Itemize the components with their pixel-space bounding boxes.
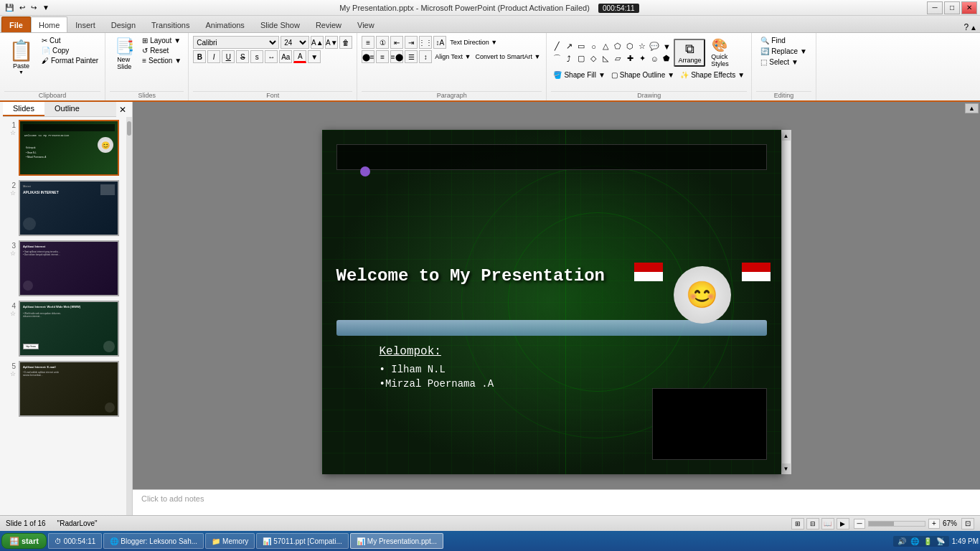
shape-pentagon[interactable]: ⬠ <box>612 41 623 52</box>
tab-animations[interactable]: Animations <box>197 17 252 32</box>
decrease-font-btn[interactable]: A▼ <box>325 36 338 49</box>
increase-indent-btn[interactable]: ⇥ <box>405 36 418 49</box>
cut-button[interactable]: ✂ Cut <box>39 36 100 45</box>
reset-button[interactable]: ↺ Reset <box>140 46 184 55</box>
shape-more[interactable]: ▼ <box>661 41 672 52</box>
numbering-btn[interactable]: ① <box>376 36 389 49</box>
taskbar-mypres[interactable]: 📊 My Presentation.ppt... <box>350 533 443 549</box>
fit-zoom-btn[interactable]: ⊡ <box>961 518 974 529</box>
zoom-in-btn[interactable]: + <box>928 519 940 529</box>
notes-placeholder[interactable]: Click to add notes <box>141 494 204 503</box>
tab-file[interactable]: File <box>1 17 31 32</box>
paste-button[interactable]: 📋 Paste ▼ <box>4 36 38 77</box>
copy-button[interactable]: 📄 Copy <box>39 46 100 55</box>
shape-action[interactable]: ⬟ <box>661 53 672 65</box>
shape-oval[interactable]: ○ <box>588 41 599 52</box>
slide-thumb-1[interactable]: Welcome to My Presentation Kelompok: • I… <box>19 120 119 176</box>
maximize-btn[interactable]: □ <box>944 1 960 14</box>
slide-item-1[interactable]: 1 ☆ Welcome to My Presentation Kelompok:… <box>3 120 123 176</box>
reading-view-btn[interactable]: 📖 <box>821 518 834 529</box>
tab-slideshow[interactable]: Slide Show <box>253 17 308 32</box>
select-button[interactable]: ⬚ Select ▼ <box>758 57 801 67</box>
shape-round-rect[interactable]: ▢ <box>575 53 587 65</box>
redo-qa-btn[interactable]: ↪ <box>29 3 39 12</box>
shape-star[interactable]: ☆ <box>636 41 648 52</box>
tab-outline[interactable]: Outline <box>44 102 90 116</box>
shape-triangle[interactable]: △ <box>600 41 611 52</box>
font-color-btn[interactable]: A <box>293 50 306 63</box>
tab-home[interactable]: Home <box>31 17 67 32</box>
zoom-out-btn[interactable]: ─ <box>854 519 865 529</box>
shape-fill-button[interactable]: 🪣 Shape Fill ▼ <box>551 70 607 80</box>
font-family-select[interactable]: Calibri <box>193 36 279 49</box>
shape-bend[interactable]: ⤴ <box>563 53 575 65</box>
panel-close-btn[interactable]: ✕ <box>116 103 129 116</box>
shape-curve[interactable]: ⌒ <box>551 53 562 65</box>
underline-btn[interactable]: U <box>222 50 235 63</box>
normal-view-btn[interactable]: ⊞ <box>791 518 804 529</box>
line-spacing-btn[interactable]: ↕ <box>419 50 432 63</box>
new-slide-button[interactable]: 📑 NewSlide <box>110 36 138 72</box>
zoom-slider[interactable] <box>868 521 925 527</box>
font-color-dropdown[interactable]: ▼ <box>308 50 321 63</box>
font-size-select[interactable]: 24 <box>281 36 309 49</box>
slide-thumb-5[interactable]: Aplikasi Internet: E-mail • E-mail adala… <box>19 361 119 417</box>
shape-hex[interactable]: ⬡ <box>624 41 636 52</box>
text-direction-btn[interactable]: ↕A <box>433 36 446 49</box>
canvas-scroll-up[interactable]: ▲ <box>781 131 791 141</box>
canvas-scroll-down[interactable]: ▼ <box>781 463 791 474</box>
tab-insert[interactable]: Insert <box>67 17 103 32</box>
tab-transitions[interactable]: Transitions <box>143 17 197 32</box>
customize-qa-btn[interactable]: ▼ <box>40 3 52 12</box>
shape-arrow[interactable]: ↗ <box>563 41 575 52</box>
bullets-btn[interactable]: ≡ <box>362 36 374 49</box>
taskbar-blogger[interactable]: 🌐 Blogger: Leksono Sah... <box>103 533 204 549</box>
bold-btn[interactable]: B <box>193 50 206 63</box>
shape-rect[interactable]: ▭ <box>575 41 587 52</box>
format-painter-button[interactable]: 🖌 Format Painter <box>39 56 100 65</box>
clear-format-btn[interactable]: 🗑 <box>339 36 352 49</box>
shape-callout[interactable]: 💬 <box>649 41 660 52</box>
justify-btn[interactable]: ☰ <box>405 50 418 63</box>
slide-item-5[interactable]: 5 ☆ Aplikasi Internet: E-mail • E-mail a… <box>3 361 123 417</box>
ribbon-collapse-btn[interactable]: ▲ <box>970 24 977 32</box>
shape-effects-button[interactable]: ✨ Shape Effects ▼ <box>678 70 747 80</box>
start-button[interactable]: 🪟 start <box>1 533 47 549</box>
font-case-btn[interactable]: Aa <box>279 50 292 63</box>
arrange-button[interactable]: ⧉ Arrange <box>674 39 705 67</box>
align-left-btn[interactable]: ⬤≡ <box>362 50 374 63</box>
tab-review[interactable]: Review <box>308 17 349 32</box>
slide-thumb-2[interactable]: Materi APLIKASI INTERNET <box>19 180 119 236</box>
font-spacing-btn[interactable]: ↔ <box>265 50 278 63</box>
align-center-btn[interactable]: ≡ <box>376 50 389 63</box>
shape-cross[interactable]: ✚ <box>624 53 636 65</box>
shape-para[interactable]: ▱ <box>612 53 623 65</box>
notes-area[interactable]: Click to add notes <box>133 489 980 515</box>
close-btn[interactable]: ✕ <box>961 1 977 14</box>
align-right-btn[interactable]: ≡⬤ <box>390 50 403 63</box>
shape-smiley[interactable]: ☺ <box>649 53 660 65</box>
find-button[interactable]: 🔍 Find <box>758 36 787 45</box>
paste-dropdown[interactable]: ▼ <box>19 70 24 75</box>
slide-panel-scrollbar[interactable] <box>126 117 132 515</box>
columns-btn[interactable]: ⋮⋮ <box>419 36 432 49</box>
taskbar-timer[interactable]: ⏱ 000:54:11 <box>48 533 103 549</box>
scroll-up-btn[interactable]: ▲ <box>965 103 979 113</box>
slide-canvas[interactable]: Welcome to My Presentation Kelompok: • I… <box>322 130 781 474</box>
section-button[interactable]: ≡ Section ▼ <box>140 56 184 65</box>
increase-font-btn[interactable]: A▲ <box>311 36 324 49</box>
taskbar-memory[interactable]: 📁 Memory <box>205 533 255 549</box>
slides-list[interactable]: 1 ☆ Welcome to My Presentation Kelompok:… <box>0 117 126 515</box>
slide-item-2[interactable]: 2 ☆ Materi APLIKASI INTERNET <box>3 180 123 236</box>
strikethrough-btn[interactable]: S <box>236 50 249 63</box>
quick-styles-button[interactable]: 🎨 QuickStyles <box>707 36 732 69</box>
layout-button[interactable]: ⊞ Layout ▼ <box>140 36 184 45</box>
shape-star4[interactable]: ✦ <box>636 53 648 65</box>
shape-line[interactable]: ╱ <box>551 41 562 52</box>
slide-item-4[interactable]: 4 ☆ Aplikasi Internet: World Wide Web (W… <box>3 301 123 357</box>
canvas-scrollbar[interactable]: ▲ ▼ <box>781 130 791 474</box>
minimize-btn[interactable]: ─ <box>927 1 943 14</box>
decrease-indent-btn[interactable]: ⇤ <box>390 36 403 49</box>
shadow-btn[interactable]: s <box>250 50 263 63</box>
tab-view[interactable]: View <box>349 17 382 32</box>
